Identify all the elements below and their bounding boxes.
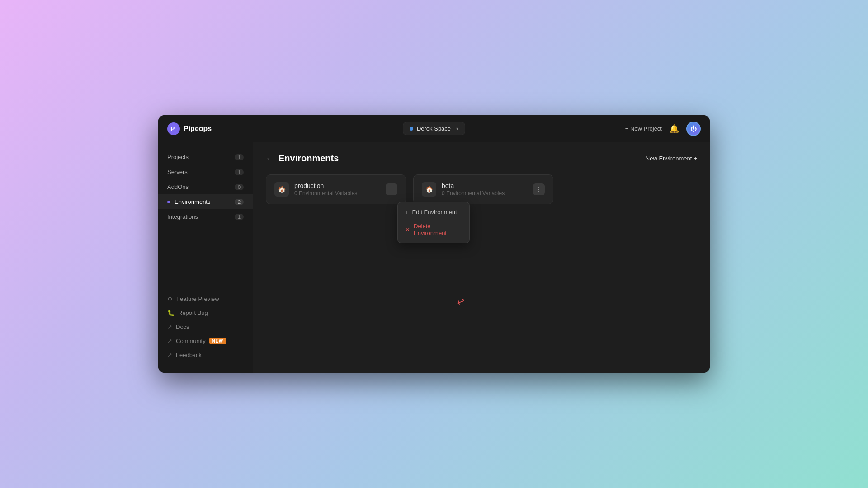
app-body: Projects 1 Servers 1 AddOns 0 <box>158 142 710 373</box>
page-header-left: ← Environments <box>266 153 339 164</box>
sidebar-feature-preview[interactable]: ⚙ Feature Preview <box>158 292 253 306</box>
env-beta-vars: 0 Environmental Variables <box>442 190 505 197</box>
page-title: Environments <box>278 153 339 164</box>
new-env-plus: + <box>693 155 697 162</box>
env-production-menu-button[interactable]: – <box>386 183 397 195</box>
space-name: Derek Space <box>417 125 451 132</box>
power-icon: ⏻ <box>690 125 697 132</box>
env-production-vars: 0 Environmental Variables <box>294 190 357 197</box>
sidebar-report-bug[interactable]: 🐛 Report Bug <box>158 306 253 320</box>
app-window: P Pipeops Derek Space ▾ + New Project 🔔 … <box>158 115 710 373</box>
env-beta-menu-button[interactable]: ⋮ <box>533 183 545 195</box>
header: P Pipeops Derek Space ▾ + New Project 🔔 … <box>158 115 710 142</box>
new-project-button[interactable]: + New Project <box>625 125 662 132</box>
space-selector[interactable]: Derek Space ▾ <box>403 122 465 135</box>
environment-cards: 🏠 production 0 Environmental Variables –… <box>266 174 697 204</box>
back-button[interactable]: ← <box>266 155 273 163</box>
sidebar-item-servers[interactable]: Servers 1 <box>158 164 253 179</box>
edit-icon: + <box>405 209 409 216</box>
logo-area: P Pipeops <box>167 122 403 135</box>
bug-icon: 🐛 <box>167 310 175 316</box>
edit-label: Edit Environment <box>412 209 457 216</box>
page-header: ← Environments New Environment + <box>266 153 697 164</box>
logo-text: Pipeops <box>184 125 212 133</box>
env-beta-name: beta <box>442 182 505 189</box>
environment-card-beta[interactable]: 🏠 beta 0 Environmental Variables ⋮ <box>413 174 553 204</box>
svg-text:P: P <box>170 125 175 132</box>
feature-preview-icon: ⚙ <box>167 296 173 302</box>
env-production-icon: 🏠 <box>274 182 289 197</box>
undo-cursor-arrow: ↩ <box>455 295 467 309</box>
delete-label: Delete Environment <box>414 223 462 236</box>
sidebar-item-integrations[interactable]: Integrations 1 <box>158 209 253 224</box>
sidebar-feedback[interactable]: ↗ Feedback <box>158 348 253 362</box>
sidebar-item-environments[interactable]: Environments 2 <box>158 194 253 209</box>
header-right: + New Project 🔔 ⏻ <box>465 122 701 136</box>
environment-dropdown-menu: + Edit Environment ✕ Delete Environment <box>397 202 470 243</box>
sidebar: Projects 1 Servers 1 AddOns 0 <box>158 142 253 373</box>
sidebar-item-addons[interactable]: AddOns 0 <box>158 179 253 194</box>
active-indicator <box>167 201 170 203</box>
community-external-icon: ↗ <box>167 338 172 344</box>
chevron-down-icon: ▾ <box>456 126 458 131</box>
power-button[interactable]: ⏻ <box>686 122 701 136</box>
sidebar-docs[interactable]: ↗ Docs <box>158 320 253 334</box>
nav-section: Projects 1 Servers 1 AddOns 0 <box>158 150 253 284</box>
env-beta-icon: 🏠 <box>422 182 436 197</box>
delete-environment-item[interactable]: ✕ Delete Environment <box>398 219 469 240</box>
sidebar-item-projects[interactable]: Projects 1 <box>158 150 253 164</box>
feedback-external-icon: ↗ <box>167 352 172 358</box>
environment-card-production[interactable]: 🏠 production 0 Environmental Variables –… <box>266 174 406 204</box>
env-production-name: production <box>294 182 357 189</box>
new-environment-button[interactable]: New Environment + <box>646 155 697 162</box>
pipeops-logo-icon: P <box>167 122 180 135</box>
delete-icon: ✕ <box>405 226 410 233</box>
edit-environment-item[interactable]: + Edit Environment <box>398 205 469 219</box>
sidebar-community[interactable]: ↗ Community NEW <box>158 334 253 348</box>
new-env-label: New Environment <box>646 155 692 162</box>
new-badge: NEW <box>209 338 226 344</box>
main-content: ← Environments New Environment + 🏠 produ… <box>253 142 710 373</box>
bell-icon[interactable]: 🔔 <box>669 124 679 134</box>
external-link-icon: ↗ <box>167 324 172 330</box>
space-dot <box>410 127 413 131</box>
sidebar-bottom: ⚙ Feature Preview 🐛 Report Bug ↗ Docs ↗ … <box>158 288 253 366</box>
